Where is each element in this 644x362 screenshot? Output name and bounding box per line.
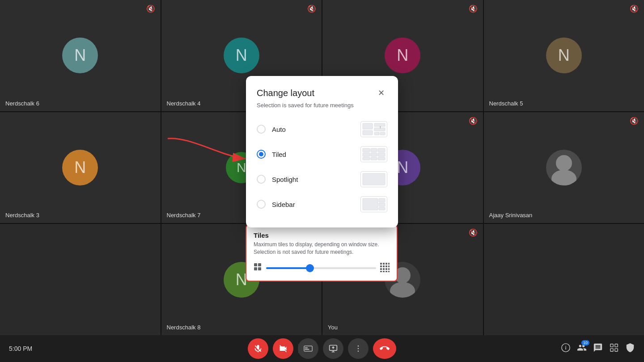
more-options-button[interactable] [348, 338, 369, 359]
controls-right: 10 [561, 343, 635, 355]
label-auto: Auto [272, 126, 286, 133]
icon-sidebar [360, 196, 387, 212]
svg-rect-18 [363, 157, 370, 160]
radio-auto[interactable] [257, 125, 266, 134]
svg-rect-49 [305, 348, 308, 349]
svg-rect-17 [378, 153, 385, 156]
present-button[interactable] [323, 338, 343, 359]
auto-option-left: Auto [257, 125, 286, 134]
people-icon[interactable]: 10 [577, 343, 587, 355]
svg-rect-9 [374, 132, 379, 135]
svg-rect-56 [610, 344, 613, 346]
svg-rect-57 [615, 344, 618, 346]
svg-rect-48 [304, 346, 312, 351]
svg-rect-59 [615, 348, 618, 351]
change-layout-dialog: Change layout ✕ Selection is saved for f… [246, 76, 398, 227]
svg-point-52 [358, 345, 359, 347]
bottom-bar: 5:00 PM [0, 335, 644, 362]
svg-rect-5 [363, 123, 373, 129]
svg-rect-21 [363, 173, 385, 185]
sidebar-option-left: Sidebar [257, 200, 295, 209]
label-spotlight: Spotlight [272, 176, 298, 183]
svg-rect-22 [363, 198, 378, 210]
radio-tiled[interactable] [257, 150, 266, 159]
svg-rect-19 [371, 157, 377, 160]
svg-rect-8 [363, 130, 373, 135]
layout-option-sidebar[interactable]: Sidebar [257, 192, 387, 217]
svg-rect-13 [371, 148, 377, 152]
svg-rect-20 [378, 157, 385, 160]
dialog-header: Change layout ✕ [257, 87, 387, 99]
layout-option-auto[interactable]: Auto ↕ [257, 117, 387, 142]
label-sidebar: Sidebar [272, 201, 295, 208]
svg-rect-14 [378, 148, 385, 152]
controls-center [248, 338, 396, 359]
svg-rect-24 [379, 203, 385, 206]
icon-spotlight [360, 171, 387, 187]
svg-rect-25 [379, 207, 385, 210]
time-display: 5:00 PM [9, 345, 32, 352]
icon-auto: ↕ [360, 121, 387, 137]
svg-rect-12 [363, 148, 370, 152]
svg-rect-10 [380, 132, 385, 135]
radio-spotlight[interactable] [257, 175, 266, 184]
layout-option-spotlight[interactable]: Spotlight [257, 167, 387, 192]
svg-point-54 [358, 351, 359, 352]
video-button[interactable] [273, 338, 293, 359]
info-icon[interactable] [561, 343, 571, 355]
dialog-title: Change layout [257, 88, 314, 98]
svg-rect-58 [610, 348, 613, 351]
dialog-overlay: Change layout ✕ Selection is saved for f… [0, 0, 644, 335]
svg-rect-15 [363, 153, 370, 156]
chat-icon[interactable] [593, 343, 603, 355]
mute-button[interactable] [248, 338, 268, 359]
svg-rect-50 [305, 349, 309, 350]
layout-option-tiled[interactable]: Tiled [257, 142, 387, 167]
svg-rect-23 [379, 198, 385, 202]
dialog-close-button[interactable]: ✕ [375, 87, 387, 99]
svg-text:↕: ↕ [379, 125, 381, 129]
tiled-option-left: Tiled [257, 150, 286, 159]
people-badge: 10 [581, 340, 589, 345]
icon-tiled [360, 146, 387, 162]
spotlight-option-left: Spotlight [257, 175, 298, 184]
activities-icon[interactable] [609, 343, 619, 355]
label-tiled: Tiled [272, 151, 286, 158]
shield-icon[interactable] [625, 343, 635, 355]
captions-button[interactable] [298, 338, 318, 359]
dialog-subtitle: Selection is saved for future meetings [257, 102, 387, 109]
svg-point-53 [358, 348, 359, 349]
svg-rect-16 [371, 153, 377, 156]
radio-sidebar[interactable] [257, 200, 266, 209]
end-call-button[interactable] [373, 338, 396, 359]
